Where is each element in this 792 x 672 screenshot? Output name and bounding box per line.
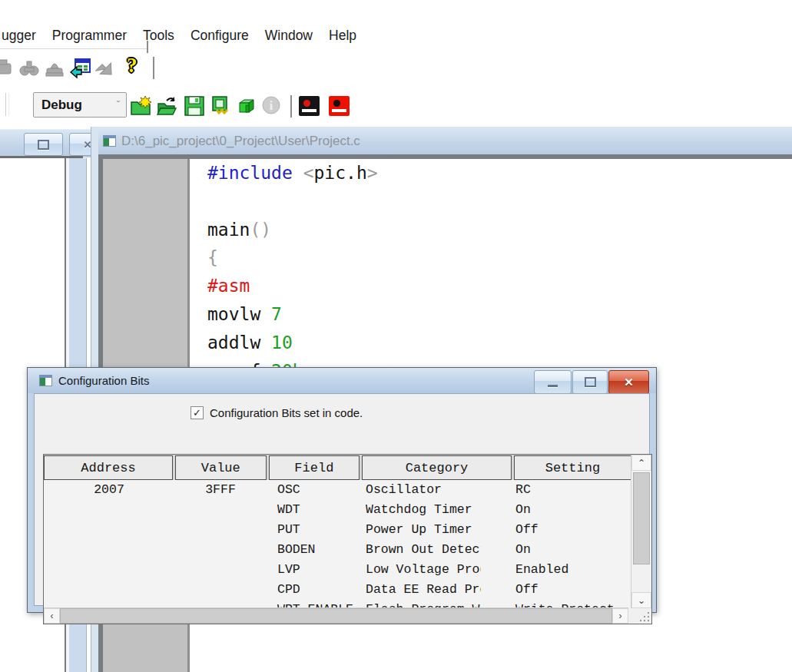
chevron-right-icon: › [619,611,622,621]
column-header-setting[interactable]: Setting [514,455,631,480]
info-icon[interactable]: i [261,95,283,117]
cell-value: 3FFF [174,480,267,500]
toolbar-grip[interactable] [5,93,9,116]
dialog-titlebar: Configuration Bits ✕ [28,368,656,393]
table-row[interactable]: PUTPower Up TimerOff [44,520,631,540]
table-row[interactable]: CPDData EE Read ProtOff [44,580,631,600]
red-dot [303,100,310,107]
cell-field: PUT [267,520,359,540]
help-icon[interactable]: ? [127,54,148,75]
menu-item-configure[interactable]: Configure [191,28,249,44]
column-header-address[interactable]: Address [44,455,173,480]
editor-titlebar: D:\6_pic_project\0_Project\User\Project.… [98,127,792,155]
cell-value [174,560,267,580]
cell-category: Brown Out Detect [359,540,510,560]
column-header-value[interactable]: Value [175,455,267,480]
menu-item-programmer[interactable]: Programmer [52,28,127,44]
minimize-icon [548,385,558,387]
cell-setting: On [510,500,631,520]
check-icon: ✓ [193,408,201,418]
table-row[interactable]: WDTWatchdog TimerOn [44,500,631,520]
source-file-icon [103,135,116,147]
cell-setting: Off [510,520,631,540]
cell-category: Data EE Read Prot [359,580,510,600]
cell-setting: RC [510,480,631,500]
horizontal-scrollbar[interactable]: ‹ › [44,607,628,624]
cell-field: OSC [267,480,359,500]
table-header-row: AddressValueFieldCategorySetting [44,455,631,480]
table-row[interactable]: 20073FFFOSCOscillatorRC [44,480,631,500]
table-body[interactable]: 20073FFFOSCOscillatorRCWDTWatchdog Timer… [44,480,631,608]
open-project-icon[interactable] [156,94,177,116]
cell-category: Oscillator [359,480,510,500]
checkbox-label: Configuration Bits set in code. [210,406,363,419]
configuration-bits-dialog: Configuration Bits ✕ ✓ Configuration Bit… [27,367,657,613]
scroll-up-button[interactable]: ⌃ [631,455,651,471]
code-line: #asm [207,272,791,300]
find-in-files-icon[interactable] [44,58,65,79]
window-arrow-icon[interactable] [69,57,91,78]
column-header-category[interactable]: Category [362,455,512,480]
minimize-button[interactable] [534,370,572,394]
config-bits-table: AddressValueFieldCategorySetting 20073FF… [43,454,652,624]
chevron-down-icon: ⌄ [638,595,645,606]
table-row[interactable]: BODENBrown Out DetectOn [44,540,631,560]
toolbar-separator [153,57,154,79]
cell-value [174,540,267,560]
resize-grip-dots [640,612,649,621]
cell-address [44,500,174,520]
cell-address [44,520,174,540]
maximize-button[interactable] [24,133,63,156]
mplab-ide-window: uggerProgrammerToolsConfigureWindowHelp … [0,0,792,672]
resize-grip[interactable] [628,608,651,624]
table-row[interactable]: LVPLow Voltage ProgEnabled [44,560,631,580]
cell-field: BODEN [267,540,359,560]
build-icon[interactable] [209,94,230,116]
build-configuration-select[interactable]: Debug ˇ [33,92,127,118]
close-icon: ✕ [624,376,634,388]
cell-field: CPD [267,580,359,600]
build-all-icon[interactable] [235,95,257,117]
code-line [207,187,791,216]
menu-item-help[interactable]: Help [329,28,356,44]
chevron-left-icon: ‹ [51,611,54,621]
maximize-button[interactable] [572,370,608,394]
close-button[interactable]: ✕ [608,370,649,394]
horizontal-scroll-thumb[interactable] [60,608,612,624]
config-bits-set-in-code-checkbox[interactable]: ✓ [191,406,204,419]
cell-value [174,520,267,540]
column-header-field[interactable]: Field [269,455,360,480]
cell-category: Power Up Timer [359,520,510,540]
vertical-scrollbar[interactable]: ⌃ ⌄ [631,455,651,608]
cell-value [174,500,267,520]
editor-title: D:\6_pic_project\0_Project\User\Project.… [121,134,360,149]
new-project-icon[interactable] [129,94,151,116]
black-dot [333,100,340,107]
dialog-content: ✓ Configuration Bits set in code. Addres… [34,393,650,606]
cell-category: Low Voltage Prog [359,560,510,580]
scroll-right-button[interactable]: › [612,608,628,624]
scroll-down-button[interactable]: ⌄ [631,592,651,608]
vertical-scroll-thumb[interactable] [633,472,650,564]
breakpoint-black-icon[interactable] [299,96,320,116]
save-workspace-icon[interactable] [183,94,204,116]
menu-item-window[interactable]: Window [265,28,313,44]
svg-text:i: i [270,99,273,112]
project-window-titlebar: ✕ [0,129,105,157]
print-icon[interactable] [0,58,12,79]
build-configuration-value: Debug [34,98,117,113]
menu-divider [0,48,148,49]
scroll-left-button[interactable]: ‹ [44,608,60,624]
cell-field: WDT [267,500,359,520]
find-icon[interactable] [18,58,40,79]
cell-field: LVP [267,560,359,580]
cell-address [44,560,174,580]
cell-category: Watchdog Timer [359,500,510,520]
send-arrow-icon[interactable] [95,58,117,80]
menu-item-ugger[interactable]: ugger [2,28,36,44]
breakpoint-red-icon[interactable] [329,96,350,116]
cell-address [44,540,174,560]
dialog-title: Configuration Bits [58,374,149,387]
cell-setting: On [510,540,631,560]
dialog-icon [39,375,52,386]
